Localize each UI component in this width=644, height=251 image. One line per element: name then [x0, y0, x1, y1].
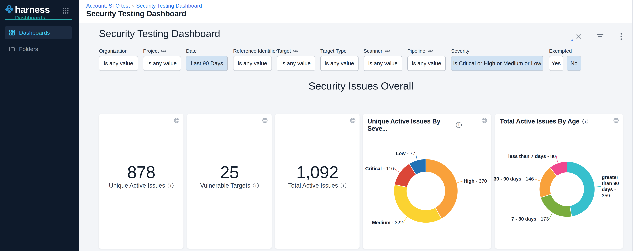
info-icon[interactable]: i: [341, 183, 346, 188]
link-icon: [293, 48, 298, 54]
vertical-scrollbar[interactable]: [632, 0, 644, 251]
harness-wordmark: harness: [15, 4, 50, 15]
filter-value-chip[interactable]: is any value: [99, 56, 138, 71]
logo-row: harness Dashboards: [5, 4, 74, 14]
filter-target: Targetis any value: [277, 48, 315, 71]
filter-target-type: Target Typeis any value: [320, 48, 358, 71]
stat-label: Total Active Issues i: [275, 182, 360, 189]
donut-slice-medium[interactable]: [394, 185, 442, 223]
chevron-right-icon: ›: [132, 3, 134, 9]
filter-label: Project: [143, 48, 181, 54]
filter-value-chip[interactable]: is any value: [320, 56, 358, 71]
sidebar-item-folders[interactable]: Folders: [5, 42, 72, 55]
filter-value-chip[interactable]: is any value: [277, 56, 315, 71]
filter-value-chip[interactable]: is any value: [364, 56, 402, 71]
globe-icon[interactable]: [174, 117, 180, 124]
link-icon: [161, 48, 166, 54]
donut-label: less than 7 days - 80: [508, 153, 556, 159]
filter-label: Target: [277, 48, 315, 54]
cursor-dot: [572, 39, 573, 41]
label-connector: [404, 217, 407, 223]
chart-card-issues-by-age: Total Active Issues By Age i greater tha…: [495, 114, 623, 249]
filter-label: Target Type: [320, 48, 358, 54]
more-options-icon[interactable]: [618, 33, 625, 40]
label-connector: [458, 181, 463, 183]
filter-project: Projectis any value: [143, 48, 181, 71]
stat-value: 25: [187, 163, 272, 182]
breadcrumb: Account: STO test › Security Testing Das…: [86, 3, 202, 9]
filter-label: Severity: [451, 48, 543, 54]
stat-value: 878: [99, 163, 184, 182]
label-connector: [534, 179, 540, 181]
globe-icon[interactable]: [350, 117, 356, 124]
sidebar-item-dashboards[interactable]: Dashboards: [5, 26, 72, 39]
donut-slice-7-30-days[interactable]: [540, 194, 572, 217]
filter-severity: Severityis Critical or High or Medium or…: [451, 48, 543, 71]
section-title: Security Issues Overall: [99, 80, 623, 92]
filter-exempted: ExemptedYesNo: [549, 48, 581, 71]
label-connector: [394, 169, 399, 172]
sidebar-item-label: Dashboards: [19, 29, 50, 36]
filter-label: Organization: [99, 48, 138, 54]
donut-label: 30 - 90 days - 146: [494, 176, 534, 182]
exempted-no-button[interactable]: No: [567, 56, 581, 71]
sidebar: harness Dashboards Dashboards Folders: [0, 0, 78, 251]
filter-value-chip[interactable]: is Critical or High or Medium or Low: [451, 56, 543, 71]
donut-label: Critical - 116: [365, 166, 394, 172]
sidebar-item-label: Folders: [19, 46, 38, 52]
filter-pipeline: Pipelineis any value: [407, 48, 446, 71]
app-grid-icon[interactable]: [62, 7, 69, 14]
stat-value: 1,092: [275, 163, 360, 182]
filter-value-chip[interactable]: Last 90 Days: [186, 56, 228, 71]
filter-date: DateLast 90 Days: [186, 48, 228, 71]
label-connector: [595, 186, 601, 187]
dashboard-actions: [575, 33, 625, 40]
filter-label: Pipeline: [407, 48, 446, 54]
filter-label: Reference Identifier: [233, 48, 277, 54]
label-connector: [556, 156, 558, 162]
donut-label: greater than 90 days - 359: [602, 174, 622, 199]
donut-label: High - 370: [464, 178, 487, 184]
filter-organization: Organizationis any value: [99, 48, 138, 71]
filter-reference-identifier: Reference Identifieris any value: [233, 48, 277, 71]
close-icon[interactable]: [575, 33, 582, 40]
top-header: Account: STO test › Security Testing Das…: [78, 0, 632, 23]
filter-label: Date: [186, 48, 228, 54]
folder-icon: [9, 46, 15, 52]
donut-label: Medium - 322: [372, 220, 403, 226]
donut-slice-greater-than-90-days[interactable]: [567, 162, 595, 217]
stat-card-vulnerable-targets: 25 Vulnerable Targets i: [187, 114, 272, 249]
harness-logo-icon: [5, 5, 14, 14]
filter-label: Exempted: [549, 48, 581, 54]
sidebar-accent-rule: [5, 19, 72, 20]
stat-label: Vulnerable Targets i: [187, 182, 272, 189]
breadcrumb-account-link[interactable]: Account: STO test: [86, 3, 130, 9]
filter-icon[interactable]: [596, 33, 604, 40]
info-icon[interactable]: i: [168, 183, 174, 188]
filter-value-chip[interactable]: is any value: [233, 56, 272, 71]
label-connector: [416, 153, 417, 160]
filter-value-chip[interactable]: is any value: [143, 56, 181, 71]
globe-icon[interactable]: [262, 117, 268, 124]
dashboard-title: Security Testing Dashboard: [99, 28, 220, 39]
filter-scanner: Scanneris any value: [364, 48, 402, 71]
label-connector: [550, 214, 552, 219]
dashboards-icon: [9, 30, 15, 36]
chart-card-issues-by-severity: Unique Active Issues By Seve... i High -…: [363, 114, 491, 249]
exempted-yes-button[interactable]: Yes: [549, 56, 563, 71]
link-icon: [385, 48, 390, 54]
info-icon[interactable]: i: [253, 183, 259, 188]
stat-card-unique-active-issues: 878 Unique Active Issues i: [99, 114, 184, 249]
breadcrumb-dashboard-link[interactable]: Security Testing Dashboard: [136, 3, 202, 9]
filter-label: Scanner: [364, 48, 402, 54]
dashboard-content: Security Testing Dashboard Organizationi…: [78, 23, 632, 251]
stat-label: Unique Active Issues i: [99, 182, 184, 189]
filter-value-chip[interactable]: is any value: [407, 56, 446, 71]
donut-label: Low - 77: [396, 150, 415, 156]
donut-label: 7 - 30 days - 173: [511, 216, 549, 222]
link-icon: [428, 48, 433, 54]
stat-card-total-active-issues: 1,092 Total Active Issues i: [275, 114, 360, 249]
page-title: Security Testing Dashboard: [86, 9, 186, 18]
